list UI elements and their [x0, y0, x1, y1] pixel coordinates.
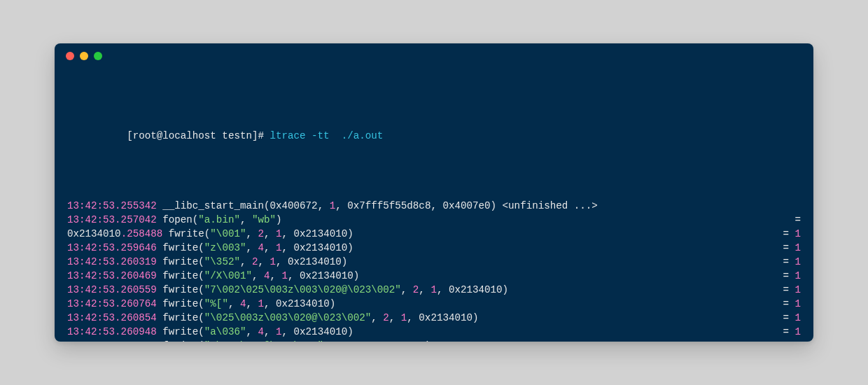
arg: 0x2134010	[371, 340, 425, 342]
trace-line: 13:42:53.261727 fwrite("z\003\020@\023\0…	[67, 339, 801, 342]
arg: 0x400672	[270, 200, 318, 211]
return-value: = 1	[773, 297, 801, 311]
arg: 0x2134010	[288, 256, 342, 267]
arg-number: 1	[258, 298, 264, 309]
function-name: fwrite	[169, 228, 204, 239]
arg-string: "a.bin"	[198, 214, 240, 225]
timestamp: 13:42:53.260559	[67, 284, 157, 295]
timestamp: 13:42:53.260764	[67, 298, 157, 309]
trace-line: 13:42:53.257042 fopen("a.bin", "wb")=	[67, 213, 801, 227]
trace-line: 13:42:53.255342 __libc_start_main(0x4006…	[67, 199, 801, 213]
zoom-icon[interactable]	[94, 52, 102, 60]
arg: 0x4007e0	[442, 200, 490, 211]
prompt-hash: #	[258, 130, 264, 141]
prompt-userhost: [root@localhost testn]	[127, 130, 258, 141]
arg: 0x2134010	[294, 242, 348, 253]
trace-line: 13:42:53.259646 fwrite("z\003", 4, 1, 0x…	[67, 241, 801, 255]
arg: 0x2134010	[294, 326, 348, 337]
arg-number: 4	[258, 242, 264, 253]
function-name: fopen	[162, 214, 192, 225]
timestamp: 13:42:53.259646	[67, 242, 157, 253]
function-name: fwrite	[162, 284, 198, 295]
timestamp: 13:42:53.260319	[67, 256, 157, 267]
arg-number: 4	[264, 270, 270, 281]
timestamp: 13:42:53.261727	[67, 340, 157, 342]
arg-number: 1	[354, 340, 360, 342]
function-name: fwrite	[162, 326, 198, 337]
terminal-output: [root@localhost testn]# ltrace -tt ./a.o…	[55, 69, 813, 342]
return-value: = 1	[773, 227, 801, 241]
arg-number: 2	[258, 228, 264, 239]
arg-number: 1	[276, 326, 282, 337]
return-value: = 1	[773, 255, 801, 269]
arg-string: "/X\001"	[204, 270, 252, 281]
arg: 0x2134010	[294, 228, 348, 239]
return-value: = 1	[773, 241, 801, 255]
function-name: fwrite	[162, 270, 198, 281]
arg-number: 1	[430, 284, 437, 295]
arg-string: "7\002\025\003z\003\020@\023\002"	[204, 284, 401, 295]
timestamp: 13:42:53.255342	[67, 200, 157, 211]
prompt-command: ltrace -tt ./a.out	[270, 130, 383, 141]
arg-number: 1	[276, 228, 282, 239]
close-icon[interactable]	[66, 52, 74, 60]
function-name: fwrite	[162, 256, 198, 267]
return-value: = 1	[773, 269, 801, 283]
timestamp: 13:42:53.260469	[67, 270, 157, 281]
arg-number: 1	[270, 256, 276, 267]
timestamp: .258488	[121, 228, 163, 239]
arg-number: 4	[258, 326, 264, 337]
trace-line: 13:42:53.260469 fwrite("/X\001", 4, 1, 0…	[67, 269, 801, 283]
arg: 0x2134010	[449, 284, 503, 295]
arg-number: 1	[330, 200, 336, 211]
function-name: fwrite	[162, 242, 198, 253]
arg-string: "z\003"	[204, 242, 246, 253]
window-titlebar	[55, 43, 813, 69]
trace-line: 13:42:53.260948 fwrite("a\036", 4, 1, 0x…	[67, 325, 801, 339]
arg-number: 1	[282, 270, 288, 281]
trace-line: 13:42:53.260319 fwrite("\352", 2, 1, 0x2…	[67, 255, 801, 269]
arg: 0x2134010	[419, 312, 472, 323]
arg: 0x7fff5f55d8c8	[347, 200, 430, 211]
trace-line: 13:42:53.260559 fwrite("7\002\025\003z\0…	[67, 283, 801, 297]
return-value: = 1	[773, 325, 801, 339]
timestamp: 13:42:53.260854	[67, 312, 157, 323]
arg-number: 2	[383, 312, 389, 323]
timestamp: 13:42:53.257042	[67, 214, 157, 225]
arg: 0x2134010	[276, 298, 330, 309]
trace-line: 13:42:53.260854 fwrite("\025\003z\003\02…	[67, 311, 801, 325]
timestamp-prefix: 0x2134010	[67, 228, 121, 239]
return-value: = 1	[773, 339, 801, 342]
arg-string: "wb"	[252, 214, 276, 225]
prompt-line: [root@localhost testn]# ltrace -tt ./a.o…	[67, 115, 801, 157]
trace-line: 0x2134010.258488 fwrite("\001", 2, 1, 0x…	[67, 227, 801, 241]
function-name: fwrite	[162, 340, 198, 342]
arg-string: "\001"	[210, 228, 246, 239]
arg: 0x2134010	[300, 270, 354, 281]
arg-string: "z\003\020@\023\002"	[204, 340, 323, 342]
arg-string: "%["	[204, 298, 228, 309]
trace-line: 13:42:53.260764 fwrite("%[", 4, 1, 0x213…	[67, 297, 801, 311]
function-name: __libc_start_main	[162, 200, 264, 211]
arg-string: "a\036"	[204, 326, 246, 337]
unfinished-marker: <unfinished ...>	[496, 200, 598, 211]
timestamp: 13:42:53.260948	[67, 326, 157, 337]
arg-string: "\025\003z\003\020@\023\002"	[204, 312, 371, 323]
arg-number: 1	[276, 242, 282, 253]
return-value: = 1	[773, 311, 801, 325]
function-name: fwrite	[162, 298, 198, 309]
minimize-icon[interactable]	[80, 52, 88, 60]
return-value: = 1	[773, 283, 801, 297]
function-name: fwrite	[162, 312, 198, 323]
arg-number: 2	[335, 340, 342, 342]
arg-string: "\352"	[204, 256, 240, 267]
terminal-window: [root@localhost testn]# ltrace -tt ./a.o…	[55, 43, 813, 342]
return-value: =	[773, 213, 801, 227]
